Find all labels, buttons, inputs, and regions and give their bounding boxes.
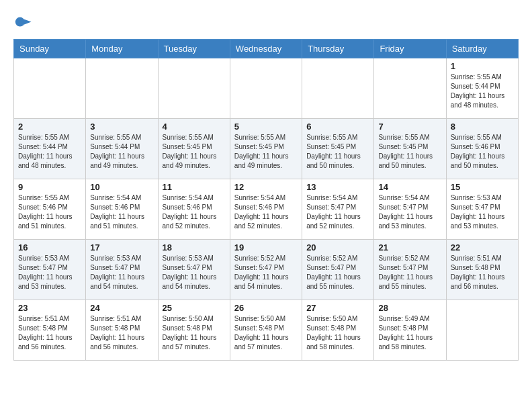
calendar-cell: 9Sunrise: 5:55 AM Sunset: 5:46 PM Daylig… xyxy=(14,179,86,240)
calendar-cell: 11Sunrise: 5:54 AM Sunset: 5:46 PM Dayli… xyxy=(158,179,230,240)
calendar-cell: 18Sunrise: 5:53 AM Sunset: 5:47 PM Dayli… xyxy=(158,240,230,300)
day-info: Sunrise: 5:51 AM Sunset: 5:48 PM Dayligh… xyxy=(451,254,514,291)
weekday-header: Thursday xyxy=(302,40,374,58)
weekday-header: Saturday xyxy=(446,40,518,58)
day-info: Sunrise: 5:54 AM Sunset: 5:46 PM Dayligh… xyxy=(90,193,153,231)
day-info: Sunrise: 5:53 AM Sunset: 5:47 PM Dayligh… xyxy=(451,193,514,231)
calendar-cell: 3Sunrise: 5:55 AM Sunset: 5:44 PM Daylig… xyxy=(86,119,158,179)
calendar-week-row: 16Sunrise: 5:53 AM Sunset: 5:47 PM Dayli… xyxy=(14,240,519,300)
calendar-cell: 26Sunrise: 5:50 AM Sunset: 5:48 PM Dayli… xyxy=(230,300,302,361)
day-info: Sunrise: 5:55 AM Sunset: 5:45 PM Dayligh… xyxy=(163,133,226,171)
weekday-header: Tuesday xyxy=(158,40,230,58)
day-info: Sunrise: 5:51 AM Sunset: 5:48 PM Dayligh… xyxy=(18,314,81,352)
day-number: 9 xyxy=(18,182,81,192)
day-number: 1 xyxy=(451,61,514,71)
header xyxy=(13,13,519,32)
day-info: Sunrise: 5:55 AM Sunset: 5:45 PM Dayligh… xyxy=(306,133,369,171)
day-number: 19 xyxy=(234,242,298,253)
calendar-cell: 6Sunrise: 5:55 AM Sunset: 5:45 PM Daylig… xyxy=(302,119,374,179)
calendar-cell: 2Sunrise: 5:55 AM Sunset: 5:44 PM Daylig… xyxy=(14,119,86,179)
day-number: 18 xyxy=(163,242,226,253)
day-number: 24 xyxy=(90,303,153,313)
day-info: Sunrise: 5:55 AM Sunset: 5:44 PM Dayligh… xyxy=(451,73,514,110)
calendar-cell: 24Sunrise: 5:51 AM Sunset: 5:48 PM Dayli… xyxy=(86,300,158,361)
day-number: 2 xyxy=(18,122,81,132)
day-info: Sunrise: 5:53 AM Sunset: 5:47 PM Dayligh… xyxy=(18,254,81,291)
calendar-cell xyxy=(86,58,158,119)
day-info: Sunrise: 5:54 AM Sunset: 5:47 PM Dayligh… xyxy=(378,193,441,231)
day-number: 6 xyxy=(306,122,369,132)
weekday-header: Wednesday xyxy=(230,40,302,58)
day-info: Sunrise: 5:55 AM Sunset: 5:45 PM Dayligh… xyxy=(234,133,298,171)
calendar-week-row: 2Sunrise: 5:55 AM Sunset: 5:44 PM Daylig… xyxy=(14,119,519,179)
calendar-cell: 20Sunrise: 5:52 AM Sunset: 5:47 PM Dayli… xyxy=(302,240,374,300)
day-info: Sunrise: 5:49 AM Sunset: 5:48 PM Dayligh… xyxy=(378,314,441,352)
svg-marker-1 xyxy=(24,19,31,24)
day-info: Sunrise: 5:53 AM Sunset: 5:47 PM Dayligh… xyxy=(163,254,226,291)
logo xyxy=(13,13,35,32)
calendar-cell: 27Sunrise: 5:50 AM Sunset: 5:48 PM Dayli… xyxy=(302,300,374,361)
day-number: 16 xyxy=(18,242,81,253)
calendar-cell xyxy=(14,58,86,119)
day-number: 12 xyxy=(234,182,298,192)
calendar-cell xyxy=(302,58,374,119)
calendar-cell: 12Sunrise: 5:54 AM Sunset: 5:46 PM Dayli… xyxy=(230,179,302,240)
calendar-cell: 21Sunrise: 5:52 AM Sunset: 5:47 PM Dayli… xyxy=(374,240,446,300)
calendar-cell: 13Sunrise: 5:54 AM Sunset: 5:47 PM Dayli… xyxy=(302,179,374,240)
calendar: SundayMondayTuesdayWednesdayThursdayFrid… xyxy=(13,39,519,361)
weekday-header-row: SundayMondayTuesdayWednesdayThursdayFrid… xyxy=(14,40,519,58)
calendar-week-row: 23Sunrise: 5:51 AM Sunset: 5:48 PM Dayli… xyxy=(14,300,519,361)
weekday-header: Sunday xyxy=(14,40,86,58)
day-info: Sunrise: 5:51 AM Sunset: 5:48 PM Dayligh… xyxy=(90,314,153,352)
calendar-cell: 22Sunrise: 5:51 AM Sunset: 5:48 PM Dayli… xyxy=(446,240,518,300)
day-number: 22 xyxy=(451,242,514,253)
weekday-header: Friday xyxy=(374,40,446,58)
calendar-cell: 15Sunrise: 5:53 AM Sunset: 5:47 PM Dayli… xyxy=(446,179,518,240)
day-number: 14 xyxy=(378,182,441,192)
day-info: Sunrise: 5:54 AM Sunset: 5:46 PM Dayligh… xyxy=(234,193,298,231)
day-number: 28 xyxy=(378,303,441,313)
calendar-cell xyxy=(158,58,230,119)
calendar-cell: 19Sunrise: 5:52 AM Sunset: 5:47 PM Dayli… xyxy=(230,240,302,300)
calendar-week-row: 9Sunrise: 5:55 AM Sunset: 5:46 PM Daylig… xyxy=(14,179,519,240)
calendar-cell: 28Sunrise: 5:49 AM Sunset: 5:48 PM Dayli… xyxy=(374,300,446,361)
day-info: Sunrise: 5:50 AM Sunset: 5:48 PM Dayligh… xyxy=(163,314,226,352)
day-number: 7 xyxy=(378,122,441,132)
day-info: Sunrise: 5:54 AM Sunset: 5:46 PM Dayligh… xyxy=(163,193,226,231)
calendar-cell: 5Sunrise: 5:55 AM Sunset: 5:45 PM Daylig… xyxy=(230,119,302,179)
day-number: 21 xyxy=(378,242,441,253)
calendar-cell: 16Sunrise: 5:53 AM Sunset: 5:47 PM Dayli… xyxy=(14,240,86,300)
day-number: 17 xyxy=(90,242,153,253)
day-number: 20 xyxy=(306,242,369,253)
calendar-cell: 25Sunrise: 5:50 AM Sunset: 5:48 PM Dayli… xyxy=(158,300,230,361)
day-number: 11 xyxy=(163,182,226,192)
day-info: Sunrise: 5:53 AM Sunset: 5:47 PM Dayligh… xyxy=(90,254,153,291)
day-info: Sunrise: 5:50 AM Sunset: 5:48 PM Dayligh… xyxy=(306,314,369,352)
calendar-cell: 8Sunrise: 5:55 AM Sunset: 5:46 PM Daylig… xyxy=(446,119,518,179)
day-info: Sunrise: 5:55 AM Sunset: 5:46 PM Dayligh… xyxy=(451,133,514,171)
calendar-cell: 1Sunrise: 5:55 AM Sunset: 5:44 PM Daylig… xyxy=(446,58,518,119)
day-number: 5 xyxy=(234,122,298,132)
calendar-cell: 23Sunrise: 5:51 AM Sunset: 5:48 PM Dayli… xyxy=(14,300,86,361)
svg-point-0 xyxy=(15,17,25,27)
day-info: Sunrise: 5:52 AM Sunset: 5:47 PM Dayligh… xyxy=(306,254,369,291)
calendar-week-row: 1Sunrise: 5:55 AM Sunset: 5:44 PM Daylig… xyxy=(14,58,519,119)
day-info: Sunrise: 5:52 AM Sunset: 5:47 PM Dayligh… xyxy=(234,254,298,291)
day-info: Sunrise: 5:54 AM Sunset: 5:47 PM Dayligh… xyxy=(306,193,369,231)
day-number: 25 xyxy=(163,303,226,313)
day-number: 10 xyxy=(90,182,153,192)
day-number: 13 xyxy=(306,182,369,192)
day-number: 8 xyxy=(451,122,514,132)
calendar-cell: 10Sunrise: 5:54 AM Sunset: 5:46 PM Dayli… xyxy=(86,179,158,240)
day-info: Sunrise: 5:55 AM Sunset: 5:44 PM Dayligh… xyxy=(90,133,153,171)
calendar-cell xyxy=(230,58,302,119)
calendar-cell: 7Sunrise: 5:55 AM Sunset: 5:45 PM Daylig… xyxy=(374,119,446,179)
day-info: Sunrise: 5:55 AM Sunset: 5:45 PM Dayligh… xyxy=(378,133,441,171)
calendar-cell: 14Sunrise: 5:54 AM Sunset: 5:47 PM Dayli… xyxy=(374,179,446,240)
calendar-cell xyxy=(446,300,518,361)
day-info: Sunrise: 5:50 AM Sunset: 5:48 PM Dayligh… xyxy=(234,314,298,352)
logo-icon xyxy=(13,13,32,32)
day-number: 23 xyxy=(18,303,81,313)
day-info: Sunrise: 5:55 AM Sunset: 5:46 PM Dayligh… xyxy=(18,193,81,231)
day-number: 15 xyxy=(451,182,514,192)
